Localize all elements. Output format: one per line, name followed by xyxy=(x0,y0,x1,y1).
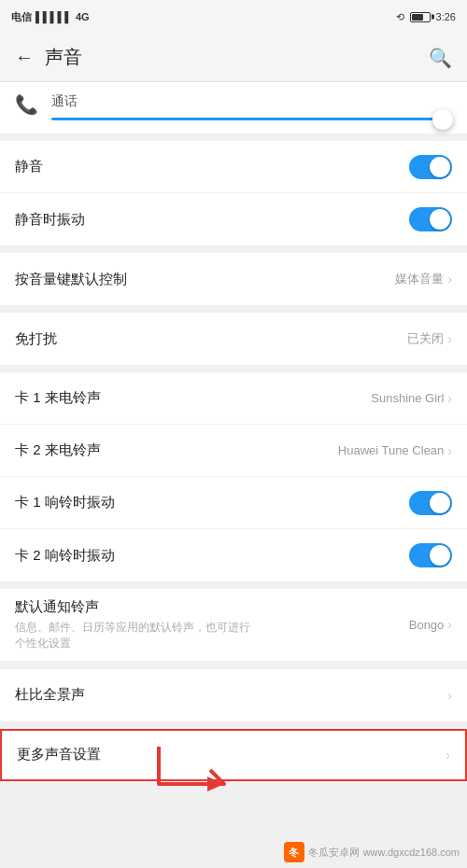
page-title: 声音 xyxy=(45,45,82,70)
card2-ringtone-label: 卡 2 来电铃声 xyxy=(15,441,101,459)
carrier-text: 电信 xyxy=(11,10,32,24)
battery-icon xyxy=(410,12,431,22)
dnd-section: 免打扰 已关闭 › xyxy=(0,313,467,365)
volume-key-chevron: › xyxy=(447,272,452,287)
phone-icon: 📞 xyxy=(15,93,38,116)
card1-ringtone-right: Sunshine Girl › xyxy=(371,391,452,406)
silent-toggles-section: 静音 静音时振动 xyxy=(0,141,467,245)
notification-label: 默认通知铃声 xyxy=(15,598,409,616)
screen-rotation-icon: ⟲ xyxy=(396,11,404,23)
card1-ringtone-label: 卡 1 来电铃声 xyxy=(15,389,101,407)
dnd-item[interactable]: 免打扰 已关闭 › xyxy=(0,313,467,365)
card1-vibrate-item: 卡 1 响铃时振动 xyxy=(0,477,467,529)
status-left: 电信 ▌▌▌▌▌ 4G xyxy=(11,10,90,24)
dnd-value: 已关闭 xyxy=(407,330,444,347)
card2-ringtone-right: Huawei Tune Clean › xyxy=(338,443,452,458)
dnd-right: 已关闭 › xyxy=(407,330,452,347)
call-volume-track[interactable] xyxy=(51,118,452,120)
dolby-item[interactable]: 杜比全景声 › xyxy=(0,669,467,721)
ringtones-section: 卡 1 来电铃声 Sunshine Girl › 卡 2 来电铃声 Huawei… xyxy=(0,372,467,581)
top-bar: ← 声音 🔍 xyxy=(0,34,467,82)
signal-bars: ▌▌▌▌▌ xyxy=(35,11,72,22)
card2-ringtone-item[interactable]: 卡 2 来电铃声 Huawei Tune Clean › xyxy=(0,425,467,477)
search-button[interactable]: 🔍 xyxy=(429,47,452,69)
dnd-chevron: › xyxy=(447,331,452,346)
silent-mode-toggle[interactable] xyxy=(409,155,452,179)
back-button[interactable]: ← xyxy=(15,47,34,68)
volume-key-label: 按音量键默认控制 xyxy=(15,271,127,288)
card1-vibrate-toggle[interactable] xyxy=(409,491,452,515)
silent-vibrate-toggle[interactable] xyxy=(409,207,452,231)
volume-key-right: 媒体音量 › xyxy=(395,271,452,287)
call-slider-row: 📞 通话 xyxy=(0,82,467,133)
watermark-text: 冬瓜安卓网 xyxy=(308,846,360,860)
card2-ringtone-chevron: › xyxy=(447,443,452,458)
notification-right: Bongo › xyxy=(409,617,452,632)
notification-value: Bongo xyxy=(409,618,445,632)
call-slider-wrap: 通话 xyxy=(51,93,452,120)
card2-vibrate-item: 卡 2 响铃时振动 xyxy=(0,529,467,581)
network-type: 4G xyxy=(76,11,90,22)
card2-vibrate-label: 卡 2 响铃时振动 xyxy=(15,547,115,565)
battery-fill xyxy=(412,14,424,21)
volume-key-section: 按音量键默认控制 媒体音量 › xyxy=(0,253,467,305)
more-settings-label: 更多声音设置 xyxy=(17,746,101,763)
notification-left: 默认通知铃声 信息、邮件、日历等应用的默认铃声，也可进行个性化设置 xyxy=(15,598,409,651)
dolby-chevron: › xyxy=(447,688,452,703)
silent-mode-label: 静音 xyxy=(15,158,43,175)
card1-ringtone-item[interactable]: 卡 1 来电铃声 Sunshine Girl › xyxy=(0,372,467,425)
notification-section: 默认通知铃声 信息、邮件、日历等应用的默认铃声，也可进行个性化设置 Bongo … xyxy=(0,589,467,662)
volume-key-value: 媒体音量 xyxy=(395,271,444,287)
card1-vibrate-label: 卡 1 响铃时振动 xyxy=(15,494,115,511)
silent-vibrate-item: 静音时振动 xyxy=(0,193,467,245)
watermark-logo: 冬 xyxy=(284,842,304,862)
silent-mode-item: 静音 xyxy=(0,141,467,193)
call-volume-thumb[interactable] xyxy=(432,109,453,130)
status-right: ⟲ 3:26 xyxy=(396,11,456,23)
content-area: 📞 通话 静音 静音时振动 按音量键默认控制 媒体音量 xyxy=(0,82,467,868)
call-volume-label: 通话 xyxy=(51,93,452,110)
notification-item[interactable]: 默认通知铃声 信息、邮件、日历等应用的默认铃声，也可进行个性化设置 Bongo … xyxy=(0,589,467,662)
notification-chevron: › xyxy=(447,617,452,632)
status-bar: 电信 ▌▌▌▌▌ 4G ⟲ 3:26 xyxy=(0,0,467,34)
watermark-url: www.dgxcdz168.com xyxy=(363,847,460,858)
card2-ringtone-value: Huawei Tune Clean xyxy=(338,443,444,457)
top-bar-left: ← 声音 xyxy=(15,45,82,70)
dolby-right: › xyxy=(447,688,452,703)
card1-ringtone-value: Sunshine Girl xyxy=(371,391,444,405)
card2-vibrate-toggle[interactable] xyxy=(409,543,452,567)
dolby-label: 杜比全景声 xyxy=(15,686,85,704)
dolby-section: 杜比全景声 › xyxy=(0,669,467,721)
time-display: 3:26 xyxy=(436,11,456,22)
silent-vibrate-label: 静音时振动 xyxy=(15,211,85,229)
more-settings-item[interactable]: 更多声音设置 › xyxy=(0,729,467,781)
call-volume-section: 📞 通话 xyxy=(0,82,467,133)
card1-ringtone-chevron: › xyxy=(447,391,452,406)
volume-key-item[interactable]: 按音量键默认控制 媒体音量 › xyxy=(0,253,467,305)
dnd-label: 免打扰 xyxy=(15,330,57,348)
notification-sub: 信息、邮件、日历等应用的默认铃声，也可进行个性化设置 xyxy=(15,620,258,651)
more-settings-chevron: › xyxy=(446,748,450,763)
watermark: 冬 冬瓜安卓网 www.dgxcdz168.com xyxy=(284,842,460,862)
